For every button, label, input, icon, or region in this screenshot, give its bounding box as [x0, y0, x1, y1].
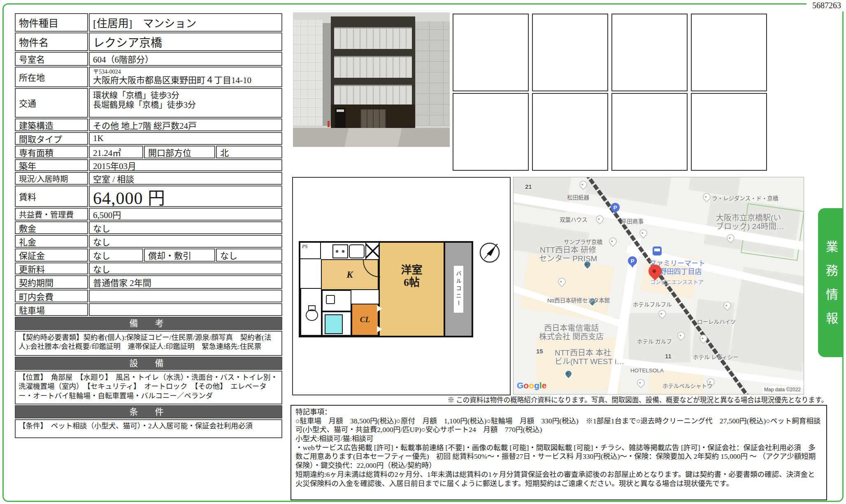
table-row: 建築構造 その他 地上7階 総戸数24戸 — [15, 118, 282, 131]
table-row: 物件名 レクシア京橋 — [15, 33, 282, 51]
parking-letter: P — [614, 204, 617, 211]
map-label-ntt-honkan: Ntt西日本研修センタ本館 — [547, 296, 610, 304]
special-notes-line: 小型犬:相談可/猫:相談可 — [295, 434, 822, 444]
map-label-hotelsola: HOTELSOLA — [630, 367, 664, 374]
property-flyer-page: 5687263 物件種目 [住居用] マンション 物件名 レクシア京橋 号室名 … — [0, 0, 846, 504]
google-logo: Google — [517, 381, 546, 390]
map-park-outline — [741, 203, 804, 261]
special-notes-line: 短期違約:6ヶ月未満は総賃料の2ヶ月分、1年未満は総賃料の1ヶ月分賃貸保証会社の… — [295, 470, 822, 488]
map-label-hotel-fulufulu: ホテルフルフル — [633, 300, 672, 308]
table-row: 駐車場 — [15, 303, 282, 316]
address: 大阪府大阪市都島区東野田町４丁目14-10 — [93, 75, 251, 85]
table-row: 礼金 なし — [15, 235, 282, 248]
closet-door-arrow — [377, 305, 382, 312]
disclaimer-note: ※ この資料は物件の概略紹介資料になります。写真、間取図面、設備、概要などが現況… — [411, 395, 828, 404]
row-value: なし — [89, 221, 282, 234]
table-row: 所在地 〒534-0024 大阪府大阪市都島区東野田町４丁目14-10 — [15, 67, 282, 87]
floor-plan: 洋室 6帖 バルコニー PS K CL — [292, 177, 511, 395]
table-row: 賃料 64,000 円 — [15, 186, 282, 207]
map-label-block11: 11 — [665, 353, 672, 360]
row-value: [住居用] マンション — [89, 13, 282, 32]
table-row: 共益費・管理費 6,500円 — [15, 208, 282, 221]
google-letter: G — [517, 381, 523, 390]
closet-label: CL — [360, 315, 370, 324]
row-label: 専有面積 — [15, 146, 88, 158]
floor-plan-bath — [322, 311, 351, 336]
row-value: 604（6階部分） — [89, 52, 282, 66]
row-label: 契約期間 — [15, 275, 88, 289]
map-label-hotel-ladysea: ホテル レディシー — [693, 353, 739, 361]
transit-line-2: 長堀鶴見線「京橋」徒歩3分 — [93, 100, 196, 110]
conditions-text: 【条件】 ペット相談（小型犬、猫可）・2人入居可能・保証会社利用必須 — [15, 419, 282, 438]
row-label: 保証金 — [15, 249, 88, 262]
map-pin-white — [635, 377, 646, 388]
row-value: 6,500円 — [89, 208, 282, 221]
photo-driveway — [344, 128, 402, 147]
map-label-laurel: ローレルハイツ — [697, 317, 736, 325]
row-value: なし — [89, 249, 143, 262]
map-label-ntt-west-tel: 西日本電信電話 株式会社 関西支店 — [539, 324, 604, 341]
photo-placeholder — [453, 93, 529, 171]
photo-balcony-band — [334, 85, 412, 107]
closet-door-arrow — [377, 326, 382, 332]
row-value: なし — [89, 262, 282, 274]
parking-letter: P — [631, 258, 634, 264]
special-notes-box: 特記事項： ○駐車場 月額 38,500円(税込)○原付 月額 1,100円(税… — [291, 405, 827, 500]
photo-placeholder — [453, 14, 529, 91]
table-row: 現況/入居時期 空室 / 相談 — [15, 172, 282, 185]
photo-right-wall — [415, 21, 450, 126]
row-value — [89, 290, 282, 302]
floor-plan-main-room: 洋室 6帖 — [379, 243, 444, 336]
table-row: 更新料 なし — [15, 262, 282, 274]
business-info-tab-label: 業務情報 — [822, 240, 840, 336]
row-label: 号室名 — [15, 52, 88, 66]
rent-value: 64,000 円 — [89, 186, 282, 207]
map-label-residence: ラ・レジダンス・ド・京橋 — [712, 194, 778, 202]
row-sub-value: なし — [216, 249, 282, 262]
map-label-station: 大阪市立京橋駅(い ブロック) 24時間… — [716, 214, 784, 231]
conditions-header: 条 件 — [15, 405, 282, 418]
postal-code: 〒534-0024 — [93, 69, 121, 75]
photo-placeholder — [532, 14, 608, 91]
row-label: 共益費・管理費 — [15, 208, 88, 221]
row-sub-label: 償却・敷引 — [144, 249, 215, 262]
stove-icon — [332, 244, 348, 258]
row-value: 環状線「京橋」徒歩3分 長堀鶴見線「京橋」徒歩3分 — [89, 88, 282, 118]
google-letter: o — [523, 381, 529, 390]
special-notes-title: 特記事項： — [295, 408, 822, 417]
map-pin-white — [638, 228, 649, 239]
table-row: 町内会費 — [15, 290, 282, 302]
row-label: 町内会費 — [15, 290, 88, 302]
remarks-header: 備 考 — [15, 317, 282, 330]
photo-left-wall — [293, 20, 323, 126]
table-row: 保証金 なし 償却・敷引 なし — [15, 249, 282, 262]
photo-balcony-band — [334, 27, 412, 49]
map-label-hotel-bellechateau: ホテルベルシャトウ — [662, 381, 713, 390]
map-attribution: Map data ©2022 — [762, 386, 802, 393]
photo-placeholder — [611, 14, 688, 91]
room-label: 洋室 6帖 — [380, 264, 444, 289]
row-sub-label: 開口部方位 — [144, 146, 215, 158]
balcony-label: バルコニー — [454, 266, 463, 313]
table-row: 契約期間 普通借家 2年間 — [15, 275, 282, 289]
map-pin-white — [607, 236, 618, 247]
row-label: 更新料 — [15, 262, 88, 274]
photo-ground — [293, 128, 450, 147]
map-label-ntt-prism: NTT西日本 研修 センター PRISM — [539, 246, 597, 263]
floor-plan-drawing: 洋室 6帖 バルコニー PS K CL — [299, 241, 473, 337]
floor-plan-toilet — [300, 288, 322, 336]
row-value: 1K — [89, 132, 282, 145]
photo-placeholder — [691, 93, 767, 171]
row-value: なし — [89, 235, 282, 248]
special-notes-line: ○駐車場 月額 38,500円(税込)○原付 月額 1,100円(税込)○駐輪場… — [295, 417, 822, 434]
convenience-store-icon — [653, 246, 662, 255]
photo-placeholder — [611, 93, 688, 171]
map-label-hotel-gulf: ホテル ガルフ — [637, 337, 672, 345]
table-row: 交通 環状線「京橋」徒歩3分 長堀鶴見線「京橋」徒歩3分 — [15, 88, 282, 118]
map-cream-block — [520, 253, 614, 321]
floor-plan-balcony: バルコニー — [444, 243, 472, 336]
document-number: 5687263 — [806, 1, 844, 12]
floor-plan-closet: CL — [351, 304, 379, 336]
property-table: 物件種目 [住居用] マンション 物件名 レクシア京橋 号室名 604（6階部分… — [15, 12, 282, 438]
row-label: 賃料 — [15, 186, 88, 207]
